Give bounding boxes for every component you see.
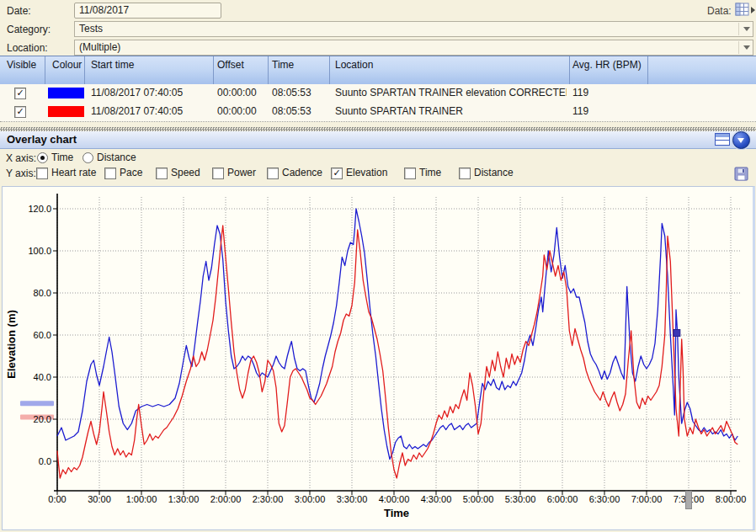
x-axis-label: X axis: — [6, 152, 36, 164]
radio-dot — [40, 156, 45, 160]
row-visible-checkbox[interactable]: ✓ — [14, 106, 26, 118]
column-header-time[interactable]: Time — [272, 60, 294, 71]
y-axis-checkbox-pace[interactable] — [104, 168, 116, 179]
y-tick-label: 40.0 — [34, 372, 51, 382]
row-visible-checkbox[interactable]: ✓ — [14, 88, 26, 99]
chevron-down-icon — [737, 138, 744, 143]
y-axis-checkbox-cadence[interactable] — [267, 168, 279, 179]
y-axis-checkbox-elevation[interactable]: ✓ — [331, 168, 343, 179]
x-tick-label: 2:00:00 — [210, 494, 242, 504]
data-label: Data: — [707, 5, 732, 17]
column-separator — [213, 56, 214, 85]
x-axis-radio-distance[interactable] — [83, 152, 93, 163]
column-header-avg-hr-bpm-[interactable]: Avg. HR (BPM) — [572, 60, 642, 71]
x-tick-label: 1:30:00 — [168, 494, 200, 504]
row-cell-avg_hr: 119 — [572, 103, 640, 120]
y-axis-checkbox-speed[interactable] — [156, 168, 168, 179]
average-elevation-marker — [20, 401, 54, 406]
x-tick-label: 3:30:00 — [337, 494, 368, 504]
category-label: Category: — [7, 24, 51, 35]
x-tick-label: 3:00:00 — [295, 494, 326, 504]
y-axis-option-label: Power — [227, 167, 256, 178]
y-axis-title: Elevation (m) — [5, 310, 18, 379]
x-tick-label: 7:00:00 — [631, 494, 663, 504]
column-separator — [45, 56, 45, 85]
y-axis-checkbox-power[interactable] — [212, 168, 224, 179]
table-row[interactable]: ✓11/08/2017 07:40:0500:00:0008:05:53Suun… — [0, 103, 756, 122]
time-scrubber-handle[interactable] — [686, 492, 692, 509]
data-grid-icon[interactable] — [735, 3, 749, 17]
column-header-colour[interactable]: Colour — [52, 60, 82, 71]
x-tick-label: 4:00:00 — [379, 494, 410, 504]
location-value: (Multiple) — [79, 41, 120, 53]
table-row[interactable]: ✓11/08/2017 07:40:0500:00:0008:05:53Suun… — [0, 84, 756, 104]
row-cell-offset: 00:00:00 — [217, 103, 268, 120]
chart-panel: 0.020.040.060.080.0100.0120.00:0030:001:… — [2, 186, 755, 530]
row-cell-avg_hr: 119 — [572, 84, 640, 102]
table-header: VisibleColourStart timeOffsetTimeLocatio… — [0, 56, 756, 86]
x-tick-label: 6:00:00 — [547, 494, 578, 504]
x-axis-title: Time — [384, 507, 409, 519]
y-tick-label: 100.0 — [28, 246, 51, 256]
x-axis-option-label: Distance — [97, 152, 136, 163]
category-value: Tests — [79, 23, 103, 35]
column-separator — [329, 56, 330, 85]
y-axis-option-label: Pace — [120, 167, 142, 178]
date-label: Date: — [7, 5, 31, 17]
y-tick-label: 120.0 — [28, 204, 51, 214]
row-cell-start_time: 11/08/2017 07:40:05 — [91, 103, 213, 120]
x-tick-label: 0:00 — [48, 494, 66, 504]
y-axis-option-label: Distance — [474, 167, 514, 178]
collapse-panel-button[interactable] — [732, 131, 750, 149]
panel-layout-icon[interactable] — [715, 133, 730, 146]
row-colour-swatch[interactable] — [48, 88, 84, 98]
overlay-chart-plot[interactable]: 0.020.040.060.080.0100.0120.00:0030:001:… — [3, 187, 750, 528]
x-axis-option-label: Time — [51, 152, 73, 163]
location-label: Location: — [7, 42, 48, 54]
x-axis-radio-time[interactable] — [37, 152, 48, 163]
y-axis-label: Y axis: — [6, 168, 36, 179]
row-cell-offset: 00:00:00 — [217, 84, 268, 102]
overlay-titlebar: Overlay chart — [0, 131, 756, 149]
x-tick-label: 30:00 — [88, 494, 111, 504]
combo-separator — [738, 41, 739, 54]
y-tick-label: 80.0 — [34, 288, 51, 298]
column-header-start-time[interactable]: Start time — [91, 60, 134, 71]
column-separator — [268, 56, 269, 85]
column-separator — [647, 56, 648, 85]
save-icon[interactable] — [734, 167, 748, 181]
chevron-down-icon[interactable] — [743, 45, 750, 50]
y-axis-checkbox-heart-rate[interactable] — [36, 168, 48, 179]
y-axis-option-label: Speed — [171, 167, 200, 178]
row-cell-start_time: 11/08/2017 07:40:05 — [91, 84, 213, 102]
column-separator — [84, 56, 85, 85]
panel-title: Overlay chart — [7, 133, 77, 146]
selected-point-marker[interactable] — [673, 330, 680, 337]
row-colour-swatch[interactable] — [48, 106, 84, 117]
series-line-1 — [57, 226, 737, 478]
y-axis-checkbox-distance[interactable] — [459, 168, 471, 179]
series-line-0 — [57, 209, 737, 460]
row-cell-time: 08:05:53 — [272, 84, 327, 102]
chevron-down-icon[interactable] — [743, 27, 750, 31]
x-tick-label: 2:30:00 — [253, 494, 284, 504]
x-tick-label: 8:00:00 — [716, 494, 747, 504]
column-header-offset[interactable]: Offset — [217, 60, 244, 71]
x-tick-label: 5:00:00 — [463, 494, 494, 504]
column-header-location[interactable]: Location — [335, 60, 373, 71]
x-axis-options-row: X axis: TimeDistance — [0, 151, 756, 166]
row-cell-location: Suunto SPARTAN TRAINER — [335, 103, 567, 120]
category-combo[interactable]: Tests — [74, 21, 753, 37]
y-tick-label: 60.0 — [34, 330, 51, 340]
date-input[interactable]: 11/08/2017 — [74, 3, 221, 19]
y-axis-option-label: Heart rate — [51, 167, 96, 178]
y-axis-options-row: Y axis: Heart ratePaceSpeedPowerCadence✓… — [0, 166, 756, 181]
data-expand-arrow[interactable] — [751, 7, 755, 13]
x-tick-label: 5:30:00 — [505, 494, 536, 504]
y-axis-option-label: Elevation — [346, 167, 387, 178]
location-combo[interactable]: (Multiple) — [74, 40, 753, 56]
column-header-visible[interactable]: Visible — [7, 60, 36, 71]
x-tick-label: 1:00:00 — [126, 494, 157, 504]
x-tick-label: 4:30:00 — [421, 494, 452, 504]
y-axis-checkbox-time[interactable] — [404, 168, 416, 179]
